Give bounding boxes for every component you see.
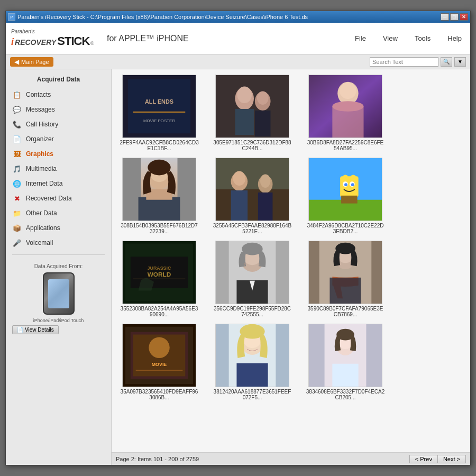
gallery-thumb	[308, 158, 382, 221]
gallery-item[interactable]: MOVIE 35A097B323565410FD9EAFF963086B...	[117, 324, 202, 400]
view-details-button[interactable]: 📄 View Details	[12, 325, 59, 334]
svg-rect-25	[216, 189, 289, 221]
gallery-label: 3834608E6BF3332F7D0F4ECA2CB205...	[306, 389, 385, 400]
search-options-button[interactable]: ▼	[454, 57, 466, 67]
content-area: ALL ENDS MOVIE POSTER 2FE9F4AAC92CFB8CD0…	[112, 69, 470, 465]
gallery-label: 3484F2A96D8CBA2710C2E22D3EBDB2...	[306, 223, 385, 234]
gallery-item[interactable]: 3812420AAA618877E3651FEEF072F5...	[210, 324, 295, 400]
organizer-label: Organizer	[26, 135, 54, 143]
gallery-label: 3552308BA82A254A4A95A56E390690...	[120, 306, 199, 317]
sidebar-item-internet-data[interactable]: 🌐 Internet Data	[6, 176, 111, 191]
gallery-thumb	[215, 75, 289, 138]
svg-rect-79	[332, 364, 358, 387]
pagination-buttons: < Prev Next >	[409, 455, 466, 463]
voicemail-icon: 🎤	[12, 238, 22, 248]
gallery-thumb: JURASSIC WORLD	[122, 241, 196, 304]
gallery-thumb	[122, 158, 196, 221]
call-history-label: Call History	[26, 121, 58, 128]
contacts-label: Contacts	[26, 91, 51, 98]
sidebar-item-contacts[interactable]: 📋 Contacts	[6, 87, 111, 102]
device-info-title: Data Acquired From:	[12, 263, 105, 269]
gallery-thumb	[215, 158, 289, 221]
svg-text:WORLD: WORLD	[148, 271, 171, 278]
organizer-icon: 📄	[12, 134, 22, 144]
gallery-item[interactable]: 3255A45CFB3FAAE82988F164B5221E...	[210, 158, 295, 234]
minimize-button[interactable]: ─	[441, 13, 449, 21]
sidebar-item-applications[interactable]: 📦 Applications	[6, 221, 111, 235]
svg-rect-31	[258, 193, 273, 221]
svg-point-35	[342, 175, 349, 181]
page-icon: 📄	[17, 327, 23, 333]
svg-rect-28	[231, 190, 248, 221]
svg-point-65	[149, 337, 169, 358]
gallery-item[interactable]: 30B6D8FA8D27FA2259C8E6FE54AB95...	[303, 75, 388, 151]
gallery-item[interactable]: 308B154B03953B55F676B12D732239...	[117, 158, 202, 234]
back-button[interactable]: ◀ Main Page	[10, 57, 53, 67]
applications-label: Applications	[26, 224, 60, 232]
menu-view[interactable]: View	[380, 32, 401, 44]
menu-help[interactable]: Help	[444, 32, 465, 44]
menu-tools[interactable]: Tools	[411, 32, 434, 44]
gallery-row: JURASSIC WORLD 3552308BA82A254A4A95A56E3…	[117, 241, 465, 317]
logo-subtitle: for APPLE™ iPHONE	[107, 34, 189, 43]
sidebar-item-multimedia[interactable]: 🎵 Multimedia	[6, 161, 111, 176]
menu-file[interactable]: File	[352, 32, 369, 44]
gallery-row: 308B154B03953B55F676B12D732239...	[117, 158, 465, 234]
svg-point-27	[233, 171, 246, 186]
gallery-label: 3255A45CFB3FAAE82988F164B5221E...	[213, 223, 292, 234]
logo-i: i	[11, 36, 14, 48]
multimedia-label: Multimedia	[26, 165, 57, 172]
svg-rect-11	[255, 111, 271, 136]
gallery-label: 2FE9F4AAC92CFB8CD0264CD3E1C1BF...	[120, 140, 199, 151]
sidebar-item-voicemail[interactable]: 🎤 Voicemail	[6, 235, 111, 250]
gallery-item[interactable]: JURASSIC WORLD 3552308BA82A254A4A95A56E3…	[117, 241, 202, 317]
search-button[interactable]: 🔍	[441, 57, 452, 67]
gallery-thumb: ALL ENDS MOVIE POSTER	[122, 75, 196, 138]
app-icon: P	[8, 13, 15, 21]
svg-point-30	[260, 174, 271, 188]
svg-point-36	[350, 175, 356, 181]
sidebar-item-other-data[interactable]: 📁 Other Data	[6, 206, 111, 221]
messages-icon: 💬	[12, 105, 22, 114]
gallery-item[interactable]: ALL ENDS MOVIE POSTER 2FE9F4AAC92CFB8CD0…	[117, 75, 202, 151]
next-button[interactable]: Next >	[437, 455, 466, 463]
window-controls: ─ □ ✕	[441, 13, 468, 21]
svg-point-16	[332, 101, 363, 112]
sidebar-item-graphics[interactable]: 🖼 Graphics	[6, 147, 111, 161]
gallery-item[interactable]: 3484F2A96D8CBA2710C2E22D3EBDB2...	[303, 158, 388, 234]
prev-button[interactable]: < Prev	[409, 455, 437, 463]
svg-rect-60	[329, 278, 361, 304]
svg-rect-73	[236, 363, 268, 387]
gallery-item[interactable]: 3834608E6BF3332F7D0F4ECA2CB205...	[303, 324, 388, 400]
svg-text:MOVIE POSTER: MOVIE POSTER	[143, 118, 175, 123]
back-label: Main Page	[21, 59, 49, 65]
maximize-button[interactable]: □	[450, 13, 459, 21]
gallery-item[interactable]: 356CC9D9C19FE298F55FD28C742555...	[210, 241, 295, 317]
gallery-scroll[interactable]: ALL ENDS MOVIE POSTER 2FE9F4AAC92CFB8CD0…	[112, 69, 470, 452]
internet-data-icon: 🌐	[12, 179, 22, 188]
logo-registered: ®	[90, 41, 94, 46]
gallery-item[interactable]: 3590C89B0F7CFAFA79065E3ECB7869...	[303, 241, 388, 317]
internet-data-label: Internet Data	[26, 180, 62, 187]
nav-bar: ◀ Main Page 🔍 ▼	[6, 54, 470, 69]
search-input[interactable]	[370, 57, 438, 67]
menu-bar: Paraben's i RECOVERY STICK ® for APPLE™ …	[6, 23, 470, 54]
title-bar-left: P Paraben's iRecovery Stick - C:\Program…	[8, 13, 308, 21]
close-button[interactable]: ✕	[460, 13, 468, 21]
gallery-label: 30B6D8FA8D27FA2259C8E6FE54AB95...	[306, 140, 385, 151]
sidebar-item-call-history[interactable]: 📞 Call History	[6, 117, 111, 132]
svg-text:JURASSIC: JURASSIC	[148, 266, 171, 271]
sidebar-item-organizer[interactable]: 📄 Organizer	[6, 132, 111, 147]
svg-rect-1	[128, 79, 190, 134]
device-info: Data Acquired From: iPhone/iPad/iPod Tou…	[6, 259, 111, 338]
main-area: Acquired Data 📋 Contacts 💬 Messages 📞 Ca…	[6, 69, 470, 465]
sidebar-item-messages[interactable]: 💬 Messages	[6, 102, 111, 117]
sidebar-divider	[12, 254, 105, 255]
gallery-item[interactable]: 305E971851C29C736D312DF88C244B...	[210, 75, 295, 151]
search-area: 🔍 ▼	[370, 57, 466, 67]
svg-point-14	[340, 83, 356, 99]
svg-text:MOVIE: MOVIE	[152, 362, 167, 367]
graphics-label: Graphics	[26, 150, 53, 158]
gallery-label: 3590C89B0F7CFAFA79065E3ECB7869...	[306, 306, 385, 317]
sidebar-item-recovered-data[interactable]: ✖ Recovered Data	[6, 191, 111, 206]
